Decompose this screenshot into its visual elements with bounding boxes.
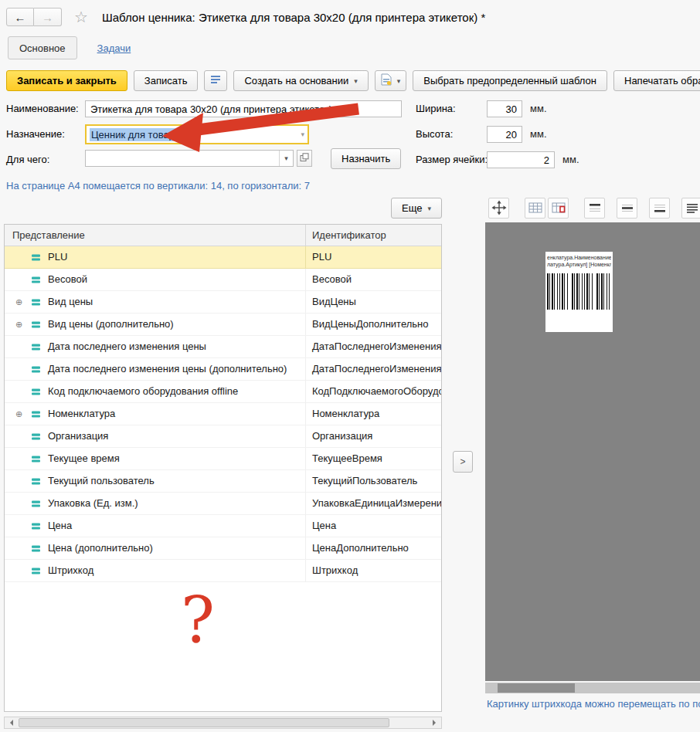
for-what-combo[interactable]: ▾ — [85, 150, 294, 167]
for-what-label: Для чего: — [6, 154, 49, 165]
line-middle-icon[interactable] — [617, 198, 637, 219]
back-button[interactable]: ← — [6, 8, 34, 26]
for-what-open-button[interactable] — [297, 150, 312, 167]
row-id: КодПодключаемогоОборудо — [306, 381, 441, 402]
document-dropdown-button[interactable]: ▾ — [375, 70, 407, 91]
table-row[interactable]: ⊕ Вид цены (дополнительно) ВидЦеныДополн… — [5, 313, 441, 336]
open-list-icon — [300, 153, 309, 164]
more-button[interactable]: Еще ▾ — [391, 198, 442, 219]
row-id: ЦенаДополнительно — [306, 537, 441, 559]
height-input[interactable] — [487, 126, 522, 143]
label-preview[interactable]: енклатура.НаименованиеПол латура.Артикул… — [545, 252, 613, 332]
table-grid-icon[interactable] — [525, 198, 545, 219]
for-what-input[interactable] — [86, 151, 279, 166]
line-bottom-icon[interactable] — [649, 198, 670, 219]
create-based-on-label: Создать на основании — [244, 75, 348, 86]
forward-arrow-icon: → — [42, 11, 53, 24]
table-row[interactable]: Дата последнего изменения цены (дополнит… — [5, 358, 441, 381]
purpose-label: Назначение: — [6, 128, 65, 140]
save-button[interactable]: Записать — [134, 70, 199, 91]
document-icon — [381, 73, 392, 88]
name-label: Наименование: — [6, 103, 79, 114]
row-expander-icon[interactable]: ⊕ — [15, 313, 31, 335]
purpose-input[interactable]: Ценник для товаров ▾ — [85, 124, 309, 144]
for-what-dropdown-button[interactable]: ▾ — [279, 151, 293, 166]
barcode-image[interactable] — [547, 273, 611, 310]
row-expander-icon[interactable]: ⊕ — [15, 403, 31, 425]
height-unit: мм. — [530, 128, 547, 140]
table-row[interactable]: Организация Организация — [5, 425, 441, 448]
attribute-icon — [31, 566, 48, 576]
page-title: Шаблон ценника: Этикетка для товара 30x2… — [102, 11, 485, 24]
print-sample-button[interactable]: Напечатать обра — [613, 70, 700, 91]
move-icon[interactable] — [488, 198, 509, 219]
row-id: Организация — [306, 425, 441, 447]
row-id: ТекущееВремя — [306, 448, 441, 469]
cell-size-unit: мм. — [562, 154, 579, 165]
preview-scrollbar-thumb[interactable] — [498, 683, 575, 693]
table-body: PLU PLU Весовой Весовой ⊕ Вид цены ВидЦе… — [5, 246, 441, 582]
scrollbar-track[interactable] — [17, 718, 429, 727]
expand-panel-button[interactable]: > — [453, 451, 473, 473]
tab-main[interactable]: Основное — [8, 36, 77, 59]
name-input[interactable] — [85, 100, 402, 117]
row-id: Номенклатура — [306, 403, 441, 425]
column-header-id[interactable]: Идентификатор — [306, 225, 441, 246]
titlebar: ← → ☆ Шаблон ценника: Этикетка для товар… — [6, 5, 700, 29]
preview-toolbar — [488, 196, 700, 219]
attribute-icon — [31, 342, 48, 352]
row-id: ВидЦены — [306, 291, 441, 313]
tab-tasks[interactable]: Задачи — [97, 42, 131, 54]
preview-horizontal-scrollbar[interactable] — [485, 683, 700, 693]
create-based-on-button[interactable]: Создать на основании ▾ — [233, 70, 368, 91]
attribute-icon — [31, 364, 48, 374]
column-header-name[interactable]: Представление — [5, 225, 306, 246]
report-icon — [210, 74, 221, 87]
favorite-star-icon[interactable]: ☆ — [74, 8, 88, 26]
table-row[interactable]: ⊕ Вид цены ВидЦены — [5, 291, 441, 313]
table-row[interactable]: Цена (дополнительно) ЦенаДополнительно — [5, 537, 441, 560]
row-id: Цена — [306, 515, 441, 537]
label-text-line2: латура.Артикул] [Номенклатура.Произво — [547, 261, 611, 268]
chevron-down-icon: ▾ — [354, 77, 358, 85]
row-id: ДатаПоследнегоИзмененияЦ — [306, 358, 441, 380]
table-row[interactable]: Упаковка (Ед. изм.) УпаковкаЕдиницаИзмер… — [5, 493, 441, 515]
assign-button[interactable]: Назначить — [331, 148, 401, 169]
table-row[interactable]: Весовой Весовой — [5, 269, 441, 291]
table-row[interactable]: Цена Цена — [5, 515, 441, 537]
table-row[interactable]: Дата последнего изменения цены ДатаПосле… — [5, 336, 441, 358]
page-fit-info: На странице A4 помещается по вертикали: … — [6, 180, 310, 191]
row-expander-icon[interactable]: ⊕ — [15, 291, 31, 313]
width-label: Ширина: — [416, 103, 456, 114]
lines-left-icon[interactable] — [681, 198, 700, 219]
table-row[interactable]: PLU PLU — [5, 246, 441, 269]
table-horizontal-scrollbar[interactable] — [4, 717, 442, 729]
table-row[interactable]: Текущий пользователь ТекущийПользователь — [5, 470, 441, 493]
line-top-icon[interactable] — [584, 198, 605, 219]
table-borders-red-icon[interactable] — [548, 198, 569, 219]
table-row[interactable]: Текущее время ТекущееВремя — [5, 448, 441, 470]
choose-predefined-button[interactable]: Выбрать предопределенный шаблон — [413, 70, 607, 91]
scroll-left-button[interactable] — [5, 717, 17, 728]
report-button[interactable] — [204, 70, 227, 91]
attribute-icon — [31, 499, 48, 509]
preview-canvas[interactable]: енклатура.НаименованиеПол латура.Артикул… — [485, 222, 700, 681]
chevron-down-icon[interactable]: ▾ — [301, 130, 304, 138]
save-close-button[interactable]: Записать и закрыть — [6, 70, 127, 91]
cell-size-input[interactable] — [487, 151, 555, 168]
barcode-hint: Картинку штрихкода можно перемещать по п… — [487, 698, 700, 710]
forward-button[interactable]: → — [34, 8, 62, 26]
cell-size-label: Размер ячейки: — [416, 154, 488, 165]
width-input[interactable] — [487, 100, 522, 117]
scrollbar-thumb[interactable] — [19, 718, 389, 727]
table-row[interactable]: Штрихкод Штрихкод — [5, 560, 441, 582]
row-name: Упаковка (Ед. изм.) — [48, 493, 138, 514]
back-arrow-icon: ← — [15, 11, 26, 24]
table-row[interactable]: Код подключаемого оборудования offline К… — [5, 381, 441, 403]
row-name: Вид цены — [48, 291, 93, 313]
preview-panel: енклатура.НаименованиеПол латура.Артикул… — [485, 196, 700, 730]
attribute-icon — [31, 544, 48, 554]
attribute-icon — [31, 432, 48, 442]
scroll-right-button[interactable] — [429, 717, 441, 728]
table-row[interactable]: ⊕ Номенклатура Номенклатура — [5, 403, 441, 425]
